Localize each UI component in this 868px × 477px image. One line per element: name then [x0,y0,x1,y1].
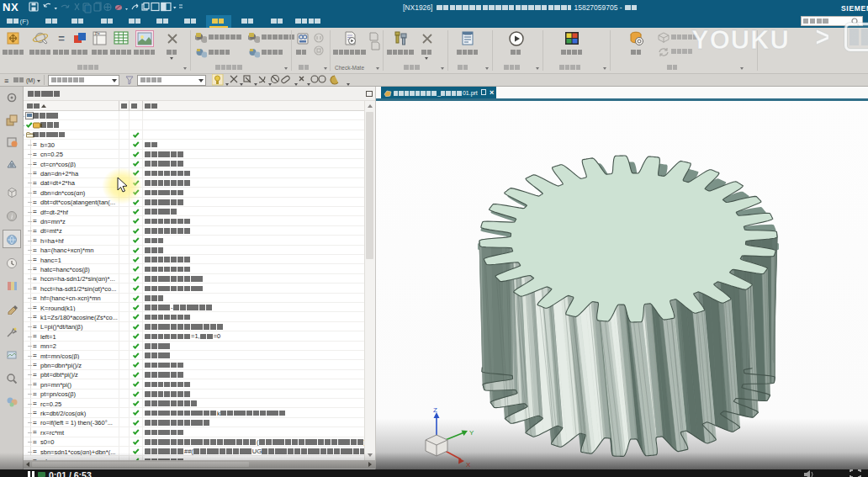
svg-text:Z: Z [433,406,437,414]
svg-text:Y: Y [469,429,474,437]
